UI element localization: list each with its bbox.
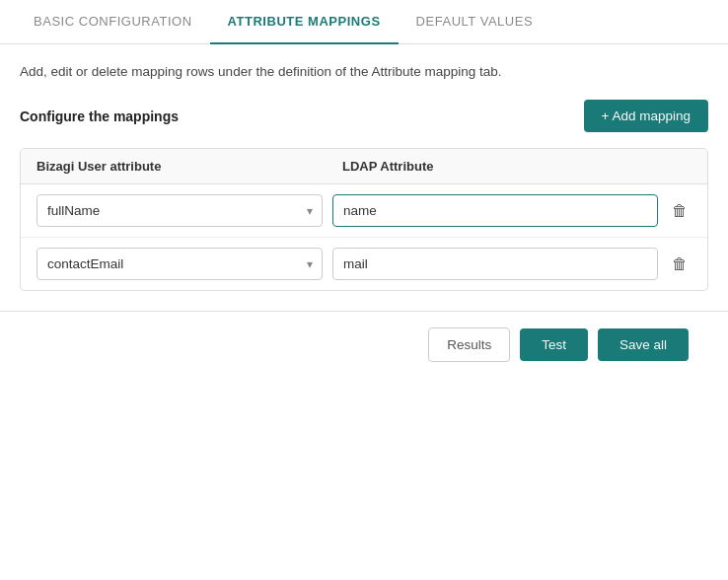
col-header-ldap: LDAP Attribute	[342, 159, 692, 174]
bizagi-attr-select-1[interactable]: fullName contactEmail userName firstName…	[36, 194, 323, 227]
main-body: Add, edit or delete mapping rows under t…	[0, 44, 728, 362]
trash-icon: 🗑	[672, 255, 688, 273]
ldap-attr-input-2[interactable]	[332, 248, 658, 280]
table-row: fullName contactEmail userName firstName…	[21, 184, 707, 238]
delete-row-button-1[interactable]: 🗑	[668, 200, 692, 222]
results-button[interactable]: Results	[428, 327, 510, 362]
section-header: Configure the mappings + Add mapping	[20, 100, 708, 132]
table-row: fullName contactEmail userName firstName…	[21, 238, 707, 290]
section-title: Configure the mappings	[20, 109, 179, 124]
tab-default-values[interactable]: DEFAULT VALUES	[399, 0, 551, 44]
delete-row-button-2[interactable]: 🗑	[668, 254, 692, 275]
tab-attribute-mappings[interactable]: ATTRIBUTE MAPPINGS	[210, 0, 399, 44]
add-mapping-button[interactable]: + Add mapping	[584, 100, 708, 132]
bizagi-attr-select-wrapper-1: fullName contactEmail userName firstName…	[36, 194, 323, 227]
save-all-button[interactable]: Save all	[598, 328, 689, 361]
tabs: BASIC CONFIGURATION ATTRIBUTE MAPPINGS D…	[0, 0, 728, 44]
tab-basic[interactable]: BASIC CONFIGURATION	[16, 0, 210, 44]
mapping-table: Bizagi User attribute LDAP Attribute ful…	[20, 148, 708, 291]
col-header-bizagi: Bizagi User attribute	[36, 159, 342, 174]
footer: Results Test Save all	[20, 312, 708, 362]
ldap-attr-input-1[interactable]	[332, 194, 658, 227]
bizagi-attr-select-2[interactable]: fullName contactEmail userName firstName…	[36, 248, 323, 280]
table-header: Bizagi User attribute LDAP Attribute	[21, 149, 707, 184]
test-button[interactable]: Test	[520, 328, 588, 361]
bizagi-attr-select-wrapper-2: fullName contactEmail userName firstName…	[36, 248, 323, 280]
description-text: Add, edit or delete mapping rows under t…	[20, 62, 708, 82]
trash-icon: 🗑	[672, 202, 688, 220]
